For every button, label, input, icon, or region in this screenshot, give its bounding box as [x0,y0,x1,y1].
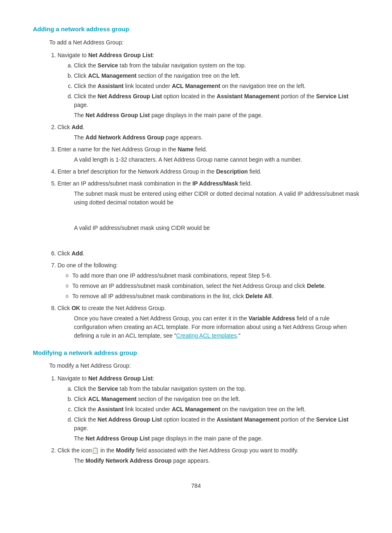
section2-intro: To modify a Net Address Group: [49,362,359,370]
mod-step1c: Click the Assistant link located under A… [74,405,359,414]
section-adding: Adding a network address group To add a … [33,25,359,340]
mod-step1d: Click the Net Address Group List option … [74,415,359,433]
mod-step2-note: The Modify Network Address Group page ap… [74,457,359,465]
section2-heading: Modifying a network address group [33,348,359,358]
bullet3: To remove all IP address/subnet mask com… [66,292,359,301]
step5-spacer [58,210,359,219]
step1-substeps: Click the Service tab from the tabular n… [66,61,359,109]
mod-step1b: Click ACL Management section of the navi… [74,395,359,403]
bullet2: To remove an IP address/subnet mask comb… [66,282,359,290]
step4: Enter a brief description for the Networ… [58,167,359,176]
mod-step2: Click the icon📋 in the Modify field asso… [58,446,359,465]
mod-step1a: Click the Service tab from the tabular n… [74,385,359,393]
step7: Do one of the following: To add more tha… [58,261,359,301]
step1c: Click the Assistant link located under A… [74,82,359,90]
step2-note: The Add Network Address Group page appea… [74,133,359,142]
step1-note: The Net Address Group List page displays… [74,111,359,120]
section1-intro: To add a Net Address Group: [49,38,359,47]
step3: Enter a name for the Net Address Group i… [58,145,359,164]
step5-note2: A valid IP address/subnet mask using CID… [74,224,359,232]
mod-step1-substeps: Click the Service tab from the tabular n… [66,385,359,433]
step5-note1: The subnet mask must be entered using ei… [74,190,359,207]
step1: Navigate to Net Address Group List: Clic… [58,51,359,120]
step8: Click OK to create the Net Address Group… [58,304,359,340]
step3-note: A valid length is 1-32 characters. A Net… [74,155,359,164]
acl-templates-link[interactable]: Creating ACL templates [176,332,237,339]
mod-step1: Navigate to Net Address Group List: Clic… [58,374,359,443]
section1-steps: Navigate to Net Address Group List: Clic… [49,51,359,340]
step2: Click Add. The Add Network Address Group… [58,123,359,142]
section2-steps: Navigate to Net Address Group List: Clic… [49,374,359,465]
bullet1: To add more than one IP address/subnet m… [66,271,359,280]
mod-step1-note: The Net Address Group List page displays… [74,434,359,443]
step1b: Click ACL Management section of the navi… [74,72,359,80]
section-modifying: Modifying a network address group To mod… [33,348,359,466]
step5: Enter an IP address/subnet mask combinat… [58,179,359,244]
step5-spacer2 [58,236,359,244]
page-number: 784 [33,482,359,490]
step7-bullets: To add more than one IP address/subnet m… [66,271,359,301]
step1a: Click the Service tab from the tabular n… [74,61,359,70]
section1-heading: Adding a network address group [33,25,359,34]
step6: Click Add. [58,249,359,258]
step1d: Click the Net Address Group List option … [74,92,359,109]
step8-note: Once you have created a Net Address Grou… [74,314,359,340]
